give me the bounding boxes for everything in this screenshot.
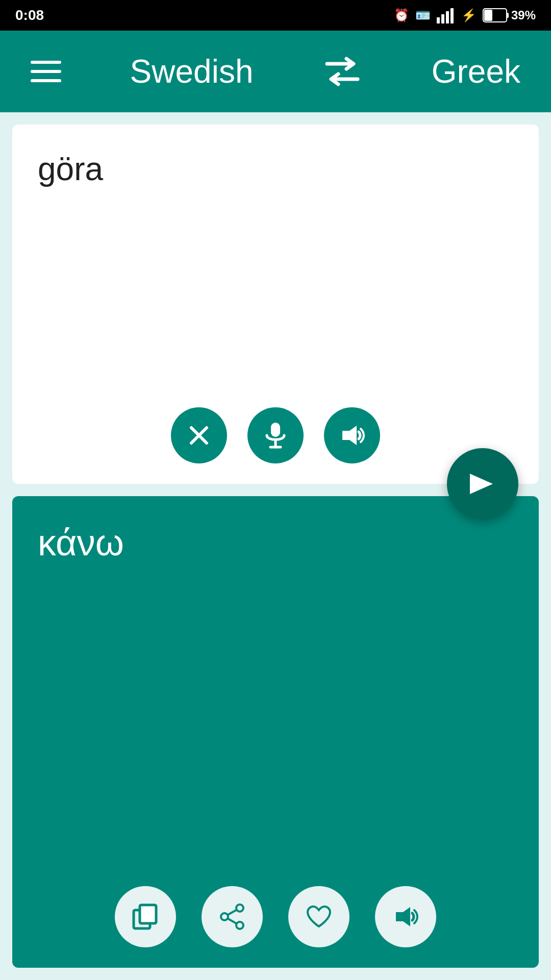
- status-time: 0:08: [15, 7, 44, 23]
- svg-rect-3: [450, 8, 454, 23]
- main-content: göra: [0, 112, 551, 980]
- signal-icon: [437, 7, 455, 23]
- svg-marker-12: [342, 426, 357, 445]
- battery-percent: 39%: [511, 8, 536, 22]
- favorite-button[interactable]: [288, 886, 349, 947]
- share-button[interactable]: [202, 886, 263, 947]
- sim-icon: 🪪: [415, 8, 431, 22]
- translation-controls: [115, 886, 436, 947]
- svg-rect-6: [484, 10, 492, 21]
- svg-marker-21: [396, 907, 410, 926]
- status-icons: ⏰ 🪪 ⚡ 39%: [394, 7, 536, 23]
- charging-icon: ⚡: [461, 8, 477, 22]
- microphone-button[interactable]: [247, 407, 304, 463]
- swap-languages-button[interactable]: [322, 56, 363, 87]
- svg-rect-0: [437, 17, 440, 23]
- speak-translation-button[interactable]: [375, 886, 436, 947]
- svg-rect-2: [446, 11, 449, 23]
- battery-indicator: 39%: [483, 8, 536, 22]
- source-language-button[interactable]: Swedish: [130, 53, 254, 90]
- toolbar: Swedish Greek: [0, 31, 551, 112]
- svg-point-17: [221, 913, 228, 920]
- svg-rect-5: [507, 13, 509, 18]
- translation-panel: κάνω: [12, 496, 539, 968]
- translate-button[interactable]: [447, 448, 518, 520]
- svg-marker-13: [470, 474, 493, 494]
- svg-line-20: [228, 919, 236, 923]
- svg-rect-15: [140, 905, 156, 923]
- speak-input-button[interactable]: [324, 407, 380, 463]
- svg-rect-1: [441, 14, 444, 23]
- input-panel: göra: [12, 125, 539, 484]
- copy-button[interactable]: [115, 886, 176, 947]
- target-language-button[interactable]: Greek: [432, 53, 520, 90]
- svg-line-19: [228, 910, 236, 915]
- clear-button[interactable]: [171, 407, 227, 463]
- translated-text: κάνω: [38, 522, 124, 563]
- alarm-icon: ⏰: [394, 8, 409, 22]
- svg-point-18: [236, 922, 243, 929]
- status-bar: 0:08 ⏰ 🪪 ⚡ 39%: [0, 0, 551, 31]
- svg-rect-9: [271, 423, 280, 437]
- input-controls: [171, 407, 380, 463]
- menu-button[interactable]: [31, 61, 61, 82]
- svg-point-16: [236, 904, 243, 912]
